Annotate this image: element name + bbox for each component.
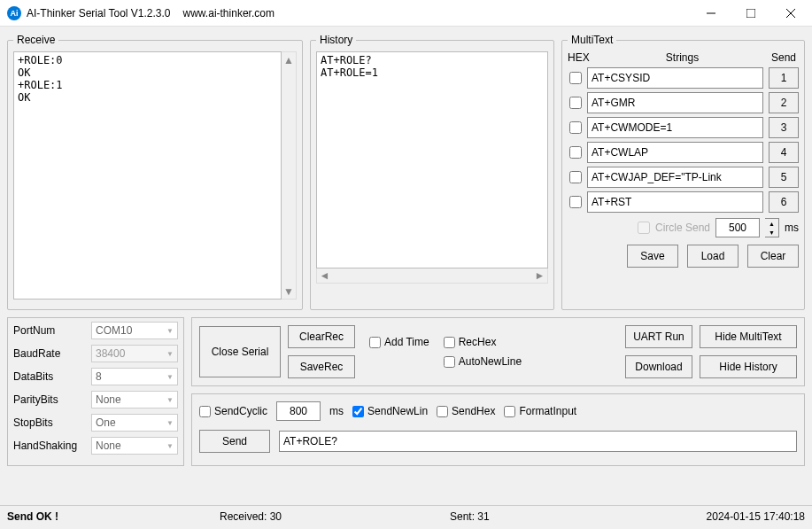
multitext-string-input[interactable] — [587, 142, 763, 163]
multitext-string-input[interactable] — [587, 167, 763, 188]
control-panel: Close Serial ClearRec SaveRec Add Time R… — [191, 317, 805, 386]
auto-newline-checkbox[interactable]: AutoNewLine — [444, 355, 522, 368]
scroll-left-icon[interactable]: ◄ — [317, 268, 332, 283]
close-serial-button[interactable]: Close Serial — [199, 326, 281, 377]
receive-legend: Receive — [13, 34, 58, 46]
multitext-hex-checkbox[interactable] — [569, 121, 582, 134]
multitext-send-button[interactable]: 2 — [769, 92, 799, 113]
multitext-send-button[interactable]: 4 — [769, 142, 799, 163]
status-bar: Send OK ! Received: 30 Sent: 31 2024-01-… — [0, 505, 812, 526]
circle-send-spinner[interactable]: ▲▼ — [765, 218, 779, 237]
multitext-hex-checkbox[interactable] — [569, 196, 582, 208]
cyclic-unit: ms — [329, 405, 344, 417]
multitext-clear-button[interactable]: Clear — [747, 245, 799, 268]
chevron-down-icon: ▼ — [166, 350, 174, 358]
multitext-send-button[interactable]: 3 — [769, 117, 799, 138]
circle-send-unit: ms — [785, 222, 799, 234]
multitext-string-input[interactable] — [587, 92, 763, 113]
multitext-string-input[interactable] — [587, 191, 763, 213]
history-scrollbar[interactable]: ◄ ► — [316, 268, 548, 284]
receive-group: Receive +ROLE:0 OK +ROLE:1 OK ▲ ▼ — [7, 34, 303, 310]
scroll-right-icon[interactable]: ► — [532, 268, 547, 283]
databits-combo[interactable]: 8▼ — [91, 368, 178, 385]
multitext-row: 4 — [568, 142, 799, 163]
multitext-send-button[interactable]: 5 — [769, 167, 799, 188]
hide-history-button[interactable]: Hide History — [700, 355, 797, 378]
send-newline-checkbox[interactable]: SendNewLin — [352, 405, 428, 417]
databits-label: DataBits — [13, 370, 91, 383]
baudrate-label: BaudRate — [13, 347, 91, 360]
multitext-send-button[interactable]: 1 — [769, 67, 799, 89]
history-textarea[interactable]: AT+ROLE? AT+ROLE=1 — [316, 51, 548, 268]
svg-rect-1 — [746, 9, 755, 18]
clear-rec-button[interactable]: ClearRec — [288, 325, 355, 348]
window-title: AI-Thinker Serial Tool V1.2.3.0 — [27, 7, 171, 19]
history-legend: History — [316, 34, 356, 46]
multitext-string-input[interactable] — [587, 117, 763, 138]
send-button[interactable]: Send — [199, 430, 270, 453]
multitext-hex-checkbox[interactable] — [569, 72, 582, 84]
chevron-down-icon: ▼ — [166, 373, 174, 381]
format-input-checkbox[interactable]: FormatInput — [504, 405, 576, 417]
multitext-send-button[interactable]: 6 — [769, 191, 799, 213]
multitext-row: 5 — [568, 167, 799, 188]
status-message: Send OK ! — [7, 510, 220, 523]
title-bar: Ai AI-Thinker Serial Tool V1.2.3.0 www.a… — [0, 0, 812, 27]
chevron-down-icon: ▼ — [166, 327, 174, 335]
send-panel: SendCyclic ms SendNewLin SendHex FormatI… — [191, 393, 805, 466]
multitext-row: 6 — [568, 191, 799, 213]
status-sent: Sent: 31 — [450, 510, 707, 523]
status-datetime: 2024-01-15 17:40:18 — [707, 510, 805, 523]
multitext-save-button[interactable]: Save — [627, 245, 678, 268]
maximize-button[interactable] — [731, 0, 770, 27]
receive-scrollbar[interactable]: ▲ ▼ — [282, 51, 297, 300]
multitext-header-send: Send — [769, 51, 799, 64]
scroll-down-icon[interactable]: ▼ — [282, 284, 296, 299]
multitext-hex-checkbox[interactable] — [569, 97, 582, 109]
send-cyclic-checkbox[interactable]: SendCyclic — [199, 405, 267, 417]
spin-down-icon[interactable]: ▼ — [765, 228, 778, 237]
cyclic-interval-input[interactable] — [276, 401, 321, 421]
receive-textarea[interactable]: +ROLE:0 OK +ROLE:1 OK — [13, 51, 282, 300]
app-logo-icon: Ai — [7, 6, 21, 20]
circle-send-checkbox[interactable] — [638, 222, 650, 234]
multitext-group: MultiText HEX Strings Send 123456 Circle… — [561, 34, 805, 310]
spin-up-icon[interactable]: ▲ — [765, 219, 778, 228]
multitext-hex-checkbox[interactable] — [569, 146, 582, 159]
send-hex-checkbox[interactable]: SendHex — [437, 405, 495, 417]
command-input[interactable] — [279, 431, 797, 452]
multitext-load-button[interactable]: Load — [687, 245, 739, 268]
portnum-combo[interactable]: COM10▼ — [91, 322, 178, 339]
add-time-checkbox[interactable]: Add Time — [369, 336, 429, 348]
multitext-header-strings: Strings — [599, 51, 765, 64]
multitext-row: 2 — [568, 92, 799, 113]
status-received: Received: 30 — [220, 510, 450, 523]
history-group: History AT+ROLE? AT+ROLE=1 ◄ ► — [310, 34, 554, 310]
scroll-up-icon[interactable]: ▲ — [282, 52, 296, 67]
download-button[interactable]: Download — [625, 355, 692, 378]
baudrate-combo[interactable]: 38400▼ — [91, 345, 178, 362]
multitext-hex-checkbox[interactable] — [569, 171, 582, 183]
portnum-label: PortNum — [13, 324, 91, 337]
circle-send-interval[interactable] — [715, 218, 760, 237]
circle-send-label: Circle Send — [655, 222, 710, 234]
multitext-row: 1 — [568, 67, 799, 89]
multitext-string-input[interactable] — [587, 67, 763, 89]
multitext-row: 3 — [568, 117, 799, 138]
hide-multitext-button[interactable]: Hide MultiText — [700, 325, 797, 348]
multitext-legend: MultiText — [568, 34, 616, 46]
uart-run-button[interactable]: UART Run — [625, 325, 692, 348]
multitext-header-hex: HEX — [568, 51, 596, 64]
save-rec-button[interactable]: SaveRec — [288, 355, 355, 378]
vendor-url: www.ai-thinker.com — [183, 7, 275, 19]
close-button[interactable] — [770, 0, 810, 27]
rec-hex-checkbox[interactable]: RecHex — [444, 336, 522, 348]
minimize-button[interactable] — [691, 0, 731, 27]
